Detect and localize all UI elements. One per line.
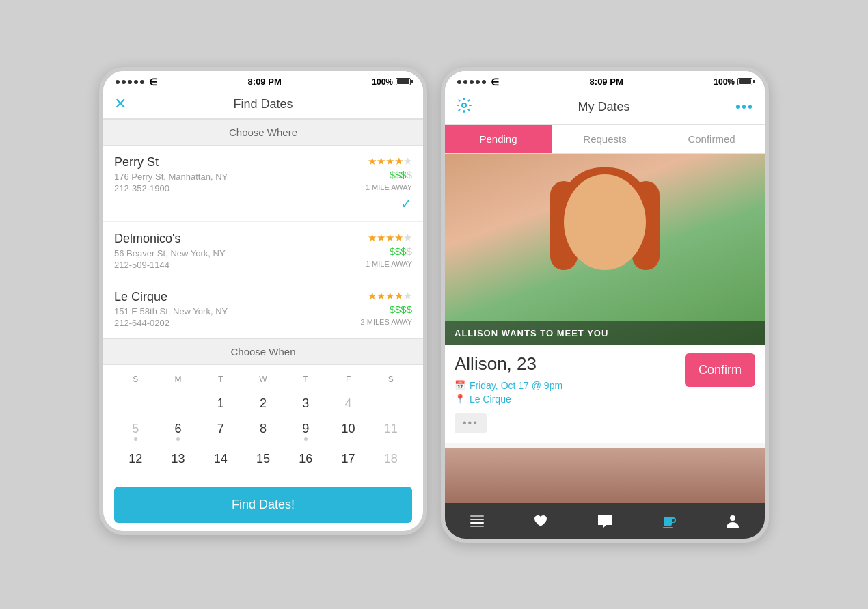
signal-area-right: ∈: [457, 77, 499, 87]
restaurant-phone-le-cirque: 212-644-0202: [114, 318, 228, 328]
nav-item-cup[interactable]: [660, 511, 679, 530]
date-card-allison: ALLISON WANTS TO MEET YOU Allison, 23 📅 …: [445, 154, 765, 443]
location-icon: 📍: [455, 394, 465, 404]
cal-day-17[interactable]: 17: [327, 446, 369, 472]
settings-icon[interactable]: [456, 97, 472, 118]
cal-day-12[interactable]: 12: [114, 446, 157, 472]
signal-dot-4: [134, 80, 138, 84]
day-header-s2: S: [370, 372, 412, 387]
stars-perry-st: ★★★★★: [368, 155, 412, 167]
restaurant-name-le-cirque: Le Cirque: [114, 290, 228, 304]
signal-dot-2: [122, 80, 126, 84]
distance-delmonicos: 1 MILE AWAY: [366, 260, 412, 268]
nav-item-profile[interactable]: [723, 511, 742, 530]
status-bar-right: ∈ 8:09 PM 100%: [445, 71, 765, 90]
svg-point-6: [730, 515, 735, 521]
date-location: 📍 Le Cirque: [455, 394, 562, 405]
confirm-button[interactable]: Confirm: [685, 353, 755, 387]
close-button[interactable]: ✕: [114, 95, 126, 113]
my-dates-header: My Dates •••: [445, 90, 765, 125]
signal-dot-r2: [463, 80, 467, 84]
distance-le-cirque: 2 MILES AWAY: [361, 318, 412, 326]
cal-day-2[interactable]: 2: [242, 391, 284, 416]
date-time-text: Friday, Oct 17 @ 9pm: [470, 380, 562, 391]
calendar-section: S M T W T F S 1 2 3 4 5: [103, 365, 423, 478]
cal-day-13[interactable]: 13: [157, 446, 199, 472]
allison-photo: [445, 154, 765, 345]
calendar-day-headers: S M T W T F S: [114, 372, 412, 387]
restaurant-left-perry-st: Perry St 176 Perry St, Manhattan, NY 212…: [114, 155, 228, 193]
battery-percent-left: 100%: [372, 77, 393, 87]
day-header-f: F: [327, 372, 369, 387]
battery-area-left: 100%: [372, 77, 411, 87]
cal-day-10[interactable]: 10: [327, 416, 369, 446]
restaurant-item-delmonicos[interactable]: Delmonico's 56 Beaver St, New York, NY 2…: [103, 222, 423, 280]
find-dates-phone: ∈ 8:09 PM 100% ✕ Find Dates Choose Where…: [99, 67, 427, 535]
svg-rect-3: [470, 522, 484, 524]
cal-day-1[interactable]: 1: [200, 391, 242, 416]
signal-dot-r1: [457, 80, 461, 84]
nav-item-heart[interactable]: [531, 511, 550, 530]
restaurant-list: Perry St 176 Perry St, Manhattan, NY 212…: [103, 146, 423, 338]
dates-content: ALLISON WANTS TO MEET YOU Allison, 23 📅 …: [445, 154, 765, 503]
status-bar-left: ∈ 8:09 PM 100%: [103, 71, 423, 90]
date-name-allison: Allison, 23: [455, 353, 562, 375]
restaurant-left-delmonicos: Delmonico's 56 Beaver St, New York, NY 2…: [114, 232, 226, 270]
restaurant-address-perry-st: 176 Perry St, Manhattan, NY: [114, 172, 228, 182]
tab-pending[interactable]: Pending: [445, 125, 552, 153]
cal-day-8[interactable]: 8: [242, 416, 284, 446]
selected-check-perry-st: ✓: [401, 195, 412, 212]
price-le-cirque: $$$$: [390, 303, 412, 315]
day-header-m: M: [157, 372, 199, 387]
cal-day-empty-1: [114, 391, 157, 416]
date-details-left: Allison, 23 📅 Friday, Oct 17 @ 9pm 📍 Le …: [455, 353, 562, 433]
restaurant-item-le-cirque[interactable]: Le Cirque 151 E 58th St, New York, NY 21…: [103, 280, 423, 338]
second-date-photo: [445, 448, 765, 503]
cal-day-9[interactable]: 9: [284, 416, 327, 446]
restaurant-right-perry-st: ★★★★★ $$$$ 1 MILE AWAY ✓: [366, 155, 412, 212]
restaurant-address-le-cirque: 151 E 58th St, New York, NY: [114, 306, 228, 316]
restaurant-item-perry-st[interactable]: Perry St 176 Perry St, Manhattan, NY 212…: [103, 146, 423, 222]
distance-perry-st: 1 MILE AWAY: [366, 183, 412, 191]
date-more-button[interactable]: •••: [455, 413, 487, 433]
cal-day-14[interactable]: 14: [200, 446, 242, 472]
cal-day-15[interactable]: 15: [242, 446, 284, 472]
battery-percent-right: 100%: [714, 77, 735, 87]
cal-day-11-dim: 11: [370, 416, 412, 446]
restaurant-right-delmonicos: ★★★★★ $$$$ 1 MILE AWAY: [366, 232, 412, 268]
battery-icon-right: [737, 78, 752, 85]
signal-dot-3: [128, 80, 132, 84]
cal-day-4-dim: 4: [327, 391, 369, 416]
signal-dot-1: [116, 80, 120, 84]
cal-day-3[interactable]: 3: [284, 391, 327, 416]
cal-day-16[interactable]: 16: [284, 446, 327, 472]
face: [564, 174, 646, 270]
cal-day-6[interactable]: 6: [157, 416, 199, 446]
cal-day-7[interactable]: 7: [200, 416, 242, 446]
find-dates-header: ✕ Find Dates: [103, 90, 423, 119]
tab-confirmed[interactable]: Confirmed: [658, 125, 765, 153]
wifi-icon-right: ∈: [491, 77, 499, 87]
price-perry-st: $$$$: [390, 169, 412, 180]
day-header-s1: S: [114, 372, 157, 387]
calendar-grid: 1 2 3 4 5 6 7 8 9 10 11 1: [114, 391, 412, 472]
svg-rect-5: [663, 527, 673, 528]
restaurant-phone-perry-st: 212-352-1900: [114, 183, 228, 193]
my-dates-title: My Dates: [578, 100, 629, 114]
tab-requests[interactable]: Requests: [552, 125, 658, 153]
nav-item-layers[interactable]: [467, 511, 487, 530]
nav-item-chat[interactable]: [595, 511, 614, 530]
restaurant-left-le-cirque: Le Cirque 151 E 58th St, New York, NY 21…: [114, 290, 228, 328]
date-info-allison: Allison, 23 📅 Friday, Oct 17 @ 9pm 📍 Le …: [445, 345, 765, 443]
more-menu-button[interactable]: •••: [735, 99, 754, 115]
calendar-icon: 📅: [455, 380, 465, 390]
status-time-right: 8:09 PM: [590, 77, 623, 87]
find-dates-button[interactable]: Find Dates!: [114, 487, 412, 523]
svg-rect-1: [470, 515, 484, 517]
day-header-t1: T: [200, 372, 242, 387]
price-delmonicos: $$$$: [390, 245, 412, 257]
cal-day-empty-3: [370, 391, 412, 416]
battery-area-right: 100%: [714, 77, 752, 87]
svg-point-0: [462, 103, 466, 107]
date-card-partial: [445, 448, 765, 503]
